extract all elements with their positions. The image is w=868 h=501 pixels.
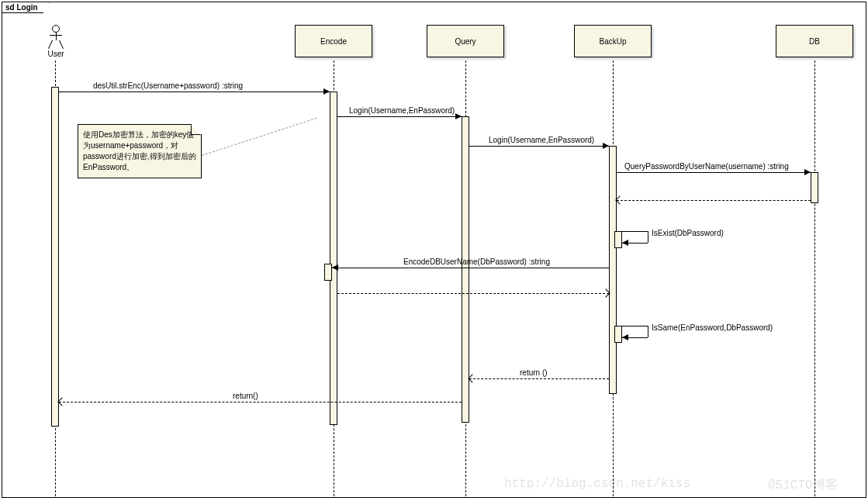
msg6-arrow — [332, 264, 338, 271]
msg4-label: QueryPasswordByUserName(username) :strin… — [624, 162, 789, 171]
lifeline-db: DB — [776, 25, 853, 57]
msg7-line-v — [648, 326, 648, 337]
msg5-line-v — [648, 231, 648, 243]
msg1-label: desUtil.strEnc(Username+password) :strin… — [93, 81, 243, 90]
msg5-arrow — [622, 240, 628, 246]
lifeline-query-label: Query — [455, 37, 475, 46]
msg7-arrow — [622, 334, 628, 340]
activation-db — [811, 172, 818, 203]
msg6-label: EncodeDBUserName(DbPassword) :string — [403, 257, 550, 266]
activation-encode — [330, 92, 337, 425]
msg4-arrow — [804, 169, 811, 175]
msg8-line — [469, 378, 609, 379]
msg1-line — [59, 92, 330, 92]
note-text: 使用Des加密算法，加密的key值为username+password，对pas… — [83, 130, 196, 171]
activation-user — [51, 87, 59, 427]
actor-user: User — [47, 25, 65, 58]
activation-encode-dbusername — [324, 264, 332, 281]
activation-backup-issame — [614, 326, 622, 343]
lifeline-db-label: DB — [809, 37, 820, 46]
lifeline-backup-label: BackUp — [599, 37, 626, 46]
msg9-label: return() — [233, 392, 258, 400]
msg3-label: Login(Username,EnPassword) — [489, 136, 594, 144]
msg4-line — [617, 172, 811, 173]
actor-user-label: User — [47, 50, 65, 58]
msg7-label: IsSame(EnPassword,DbPassword) — [652, 323, 773, 332]
activation-backup — [609, 146, 617, 394]
lifeline-encode-label: Encode — [320, 37, 347, 46]
msg9-line — [59, 402, 462, 403]
msg1-arrow — [323, 88, 330, 95]
lifeline-db-line — [814, 60, 815, 496]
lifeline-encode: Encode — [295, 25, 372, 57]
lifeline-query: Query — [427, 25, 504, 57]
msg2-arrow — [455, 113, 462, 119]
msg3-line — [469, 146, 609, 147]
msg4-return-line — [617, 200, 811, 201]
msg5-line-top — [617, 231, 648, 232]
note-des-encryption: 使用Des加密算法，加密的key值为username+password，对pas… — [78, 124, 202, 178]
msg3-arrow — [603, 143, 609, 149]
activation-backup-isexist — [614, 231, 622, 248]
msg8-label: return () — [520, 368, 548, 377]
watermark-51cto: @51CTO博客 — [768, 477, 838, 493]
activation-query — [462, 116, 469, 423]
watermark-csdn: http://blog.csdn.net/kiss — [504, 477, 690, 491]
msg7-line-top — [617, 326, 648, 327]
msg2-label: Login(Username,EnPassword) — [349, 106, 455, 115]
msg5-label: IsExist(DbPassword) — [652, 229, 724, 237]
msg2-line — [337, 116, 462, 117]
lifeline-backup: BackUp — [574, 25, 652, 57]
msg6-return-line — [337, 293, 609, 294]
sequence-diagram-frame: sd Login — [2, 2, 866, 498]
frame-label: sd Login — [2, 2, 50, 13]
msg6-line — [332, 268, 609, 268]
